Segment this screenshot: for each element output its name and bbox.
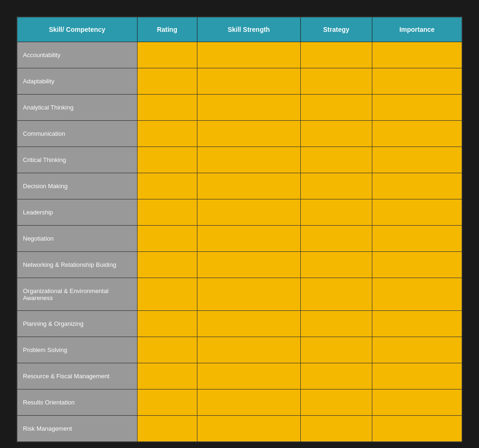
rating-cell [137,147,197,173]
table-row: Critical Thinking [17,147,462,173]
strategy-cell [300,278,372,311]
table-container: Skill/ Competency Rating Skill Strength … [9,9,470,448]
strength-cell [197,337,300,363]
importance-cell [372,147,462,173]
rating-cell [137,363,197,389]
strength-cell [197,199,300,226]
strategy-cell [300,226,372,252]
importance-cell [372,416,462,442]
skill-cell: Critical Thinking [17,147,137,173]
strategy-cell [300,363,372,389]
importance-cell [372,121,462,147]
table-row: Planning & Organizing [17,311,462,337]
rating-cell [137,311,197,337]
table-row: Organizational & Environmental Awareness [17,278,462,311]
strength-cell [197,389,300,416]
skill-cell: Analytical Thinking [17,95,137,121]
rating-cell [137,199,197,226]
table-row: Analytical Thinking [17,95,462,121]
strength-cell [197,173,300,199]
rating-cell [137,68,197,95]
header-importance: Importance [372,17,462,42]
importance-cell [372,95,462,121]
table-row: Leadership [17,199,462,226]
rating-cell [137,252,197,278]
strategy-cell [300,173,372,199]
rating-cell [137,173,197,199]
rating-cell [137,121,197,147]
skill-cell: Negotiation [17,226,137,252]
rating-cell [137,416,197,442]
skill-cell: Results Orientation [17,389,137,416]
table-row: Negotiation [17,226,462,252]
table-row: Communication [17,121,462,147]
table-row: Risk Management [17,416,462,442]
strength-cell [197,363,300,389]
header-strategy: Strategy [300,17,372,42]
importance-cell [372,173,462,199]
header-strength: Skill Strength [197,17,300,42]
strength-cell [197,147,300,173]
rating-cell [137,337,197,363]
strategy-cell [300,42,372,68]
table-row: Resource & Fiscal Management [17,363,462,389]
strength-cell [197,95,300,121]
strategy-cell [300,389,372,416]
strength-cell [197,278,300,311]
rating-cell [137,278,197,311]
skill-cell: Resource & Fiscal Management [17,363,137,389]
strategy-cell [300,199,372,226]
table-row: Networking & Relationship Buiding [17,252,462,278]
strategy-cell [300,252,372,278]
strategy-cell [300,121,372,147]
importance-cell [372,68,462,95]
strength-cell [197,121,300,147]
header-rating: Rating [137,17,197,42]
table-row: Problem Solving [17,337,462,363]
strength-cell [197,311,300,337]
rating-cell [137,42,197,68]
strength-cell [197,416,300,442]
skill-cell: Decision Making [17,173,137,199]
importance-cell [372,199,462,226]
importance-cell [372,337,462,363]
importance-cell [372,363,462,389]
header-skill: Skill/ Competency [17,17,137,42]
table-row: Adaptability [17,68,462,95]
importance-cell [372,278,462,311]
skill-cell: Planning & Organizing [17,311,137,337]
skill-cell: Networking & Relationship Buiding [17,252,137,278]
table-row: Decision Making [17,173,462,199]
importance-cell [372,252,462,278]
strategy-cell [300,147,372,173]
strength-cell [197,42,300,68]
strength-cell [197,226,300,252]
rating-cell [137,95,197,121]
strategy-cell [300,311,372,337]
header-row: Skill/ Competency Rating Skill Strength … [17,17,462,42]
importance-cell [372,226,462,252]
skill-cell: Leadership [17,199,137,226]
skill-cell: Communication [17,121,137,147]
table-row: Results Orientation [17,389,462,416]
strength-cell [197,68,300,95]
skill-cell: Accountability [17,42,137,68]
skill-cell: Adaptability [17,68,137,95]
importance-cell [372,311,462,337]
importance-cell [372,42,462,68]
rating-cell [137,226,197,252]
skill-cell: Organizational & Environmental Awareness [17,278,137,311]
skill-cell: Problem Solving [17,337,137,363]
skill-cell: Risk Management [17,416,137,442]
strategy-cell [300,416,372,442]
table-row: Accountability [17,42,462,68]
rating-cell [137,389,197,416]
strategy-cell [300,337,372,363]
strategy-cell [300,68,372,95]
skills-table: Skill/ Competency Rating Skill Strength … [16,16,463,442]
strategy-cell [300,95,372,121]
importance-cell [372,389,462,416]
strength-cell [197,252,300,278]
